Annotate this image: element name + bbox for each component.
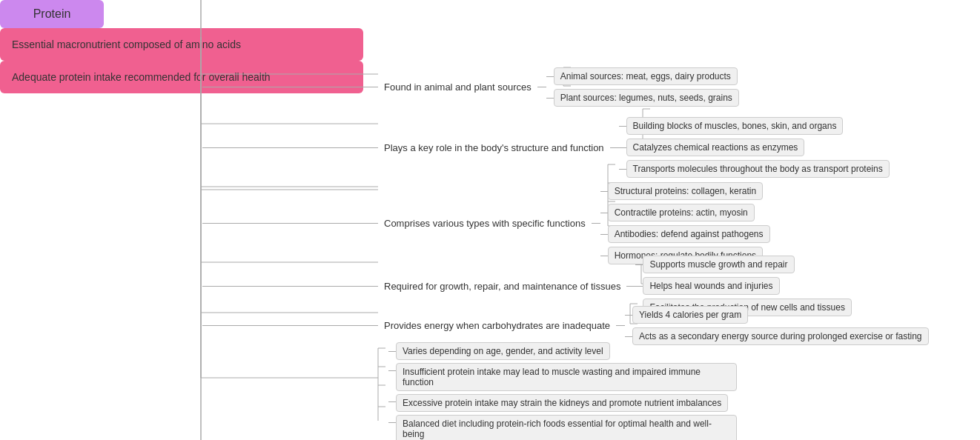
branch-5: Provides energy when carbohydrates are i… [202,306,929,345]
branch-5-label: Provides energy when carbohydrates are i… [378,320,616,331]
sub-branch-2-1: Building blocks of muscles, bones, skin,… [626,117,844,135]
sub-branch-3-3: Antibodies: defend against pathogens [608,225,770,243]
sub-branch-3-2: Contractile proteins: actin, myosin [608,204,755,221]
bottom-item-2: Insufficient protein intake may lead to … [396,363,737,391]
sub-branch-2-3: Transports molecules throughout the body… [626,160,890,178]
sub-branch-4-1: Supports muscle growth and repair [643,256,794,273]
branch-2: Plays a key role in the body's structure… [202,117,890,178]
sub-branch-4-2: Helps heal wounds and injuries [643,277,779,295]
diagram: Protein Essential macronutrient composed… [0,0,980,440]
sub-branch-2-2: Catalyzes chemical reactions as enzymes [626,139,805,156]
bottom-item-4: Balanced diet including protein-rich foo… [396,415,737,440]
branch-1: Found in animal and plant sources Animal… [202,67,739,107]
branch-2-label: Plays a key role in the body's structure… [378,142,610,153]
branch-4-label: Required for growth, repair, and mainten… [378,281,626,292]
branch-1-label: Found in animal and plant sources [378,81,537,93]
protein-node: Protein [0,0,104,28]
sub-branch-1-1: Animal sources: meat, eggs, dairy produc… [554,67,738,85]
sub-branch-3-1: Structural proteins: collagen, keratin [608,182,763,200]
sub-branch-5-1: Yields 4 calories per gram [632,306,748,324]
bottom-item-1: Varies depending on age, gender, and act… [396,342,610,360]
branch-3: Comprises various types with specific fu… [202,182,770,264]
protein-label: Protein [33,7,71,20]
sub-branch-1-2: Plant sources: legumes, nuts, seeds, gra… [554,89,739,107]
essential-node: Essential macronutrient composed of amin… [0,28,363,61]
bottom-items: Varies depending on age, gender, and act… [388,342,737,440]
branch-3-label: Comprises various types with specific fu… [378,218,592,229]
essential-label: Essential macronutrient composed of amin… [12,39,241,50]
bottom-item-3: Excessive protein intake may strain the … [396,394,728,412]
